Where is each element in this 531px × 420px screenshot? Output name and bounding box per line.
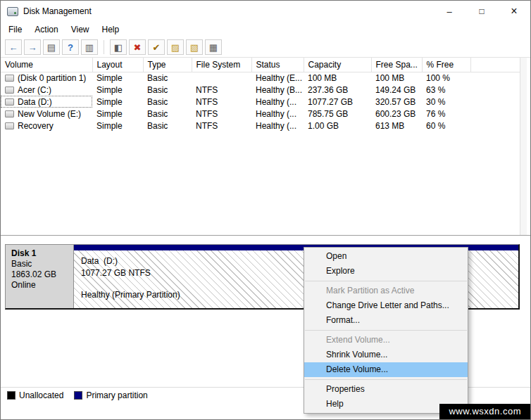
cell-filler (470, 96, 520, 108)
menu-action[interactable]: Action (28, 23, 64, 37)
cell-file-system: NTFS (192, 84, 251, 96)
volume-name: Recovery (18, 121, 54, 131)
titlebar: Disk Management – □ × (1, 1, 530, 22)
disk-status: Online (11, 280, 68, 291)
action-pane-icon[interactable]: ◧ (110, 39, 127, 55)
menu-item-delete-volume[interactable]: Delete Volume... (304, 362, 468, 377)
volume-icon (5, 98, 14, 106)
delete-volume-icon[interactable]: ✖ (129, 39, 146, 55)
disk-name: Disk 1 (11, 248, 68, 259)
volume-icon (5, 122, 14, 129)
table-row[interactable]: (Disk 0 partition 1)SimpleBasicHealthy (… (1, 72, 520, 84)
disk-capacity: 1863.02 GB (11, 269, 68, 280)
back-icon[interactable]: ← (5, 39, 22, 55)
cell-file-system (192, 72, 251, 84)
forward-icon[interactable]: → (24, 39, 41, 55)
help-icon[interactable]: ? (62, 39, 79, 55)
column-header-layout[interactable]: Layout (92, 58, 143, 72)
disk-type: Basic (11, 259, 68, 269)
fields-icon[interactable]: ▦ (205, 39, 222, 55)
volume-name: Data (D:) (18, 97, 52, 107)
menu-file[interactable]: File (2, 23, 28, 37)
column-header-pct-free[interactable]: % Free (422, 58, 470, 72)
cell-type: Basic (143, 72, 192, 84)
cell-pct-free: 60 % (422, 120, 470, 132)
legend-label: Primary partition (86, 390, 147, 400)
table-row[interactable]: Acer (C:)SimpleBasicNTFSHealthy (B...237… (1, 84, 520, 96)
window-controls: – □ × (433, 1, 530, 22)
watermark: www.wsxdn.com (439, 404, 530, 419)
volume-table-body: (Disk 0 partition 1)SimpleBasicHealthy (… (1, 72, 520, 132)
explore-icon[interactable]: ▨ (167, 39, 184, 55)
cell-layout: Simple (92, 96, 143, 108)
cell-free-space: 100 MB (371, 72, 422, 84)
column-header-capacity[interactable]: Capacity (304, 58, 371, 72)
menu-item-open[interactable]: Open (304, 249, 468, 264)
menu-item-change-drive-letter-and-paths[interactable]: Change Drive Letter and Paths... (304, 298, 468, 313)
cell-pct-free: 100 % (422, 72, 470, 84)
volume-icon (5, 87, 14, 94)
disk-management-window: Disk Management – □ × File Action View H… (0, 0, 531, 420)
cell-type: Basic (143, 108, 192, 120)
cell-free-space: 149.24 GB (371, 84, 422, 96)
column-header-volume[interactable]: Volume (1, 58, 92, 72)
menu-bar: File Action View Help (1, 22, 530, 37)
volume-table: Volume Layout Type File System Status Ca… (1, 58, 520, 132)
cell-capacity: 100 MB (304, 72, 371, 84)
cell-status: Healthy (E... (251, 72, 304, 84)
menu-item-mark-partition-as-active: Mark Partition as Active (304, 284, 468, 298)
legend-item-primary-partition: Primary partition (74, 390, 147, 400)
menu-separator (305, 379, 467, 380)
properties-icon[interactable]: ✔ (148, 39, 165, 55)
close-button[interactable]: × (498, 1, 530, 22)
column-header-free-space[interactable]: Free Spa... (371, 58, 422, 72)
cell-filler (470, 120, 520, 132)
cell-pct-free: 30 % (422, 96, 470, 108)
menu-view[interactable]: View (65, 23, 96, 37)
disk-1-label-panel[interactable]: Disk 1 Basic 1863.02 GB Online (6, 245, 74, 308)
cell-filler (470, 108, 520, 120)
cell-status: Healthy (... (251, 96, 304, 108)
volume-name: New Volume (E:) (18, 109, 81, 119)
cell-volume: (Disk 0 partition 1) (1, 72, 92, 84)
cell-type: Basic (143, 120, 192, 132)
cell-filler (470, 72, 520, 84)
cell-type: Basic (143, 84, 192, 96)
volume-list-pane: Volume Layout Type File System Status Ca… (1, 58, 520, 235)
cell-status: Healthy (... (251, 120, 304, 132)
column-header-file-system[interactable]: File System (192, 58, 251, 72)
cell-file-system: NTFS (192, 96, 251, 108)
column-header-filler (470, 58, 520, 72)
cell-free-space: 600.23 GB (371, 108, 422, 120)
column-header-status[interactable]: Status (251, 58, 304, 72)
cell-layout: Simple (92, 84, 143, 96)
table-row[interactable]: RecoverySimpleBasicNTFSHealthy (...1.00 … (1, 120, 520, 132)
cell-layout: Simple (92, 72, 143, 84)
cell-file-system: NTFS (192, 108, 251, 120)
column-header-type[interactable]: Type (143, 58, 192, 72)
console-tree-icon[interactable]: ▤ (43, 39, 60, 55)
app-icon (7, 7, 18, 16)
cell-layout: Simple (92, 120, 143, 132)
cell-capacity: 1077.27 GB (304, 96, 371, 108)
maximize-button[interactable]: □ (466, 1, 498, 22)
cell-volume: Recovery (1, 120, 92, 132)
menu-help[interactable]: Help (96, 23, 126, 37)
cell-filler (470, 84, 520, 96)
minimize-button[interactable]: – (433, 1, 466, 22)
cell-pct-free: 76 % (422, 108, 470, 120)
export-list-icon[interactable]: ▥ (81, 39, 98, 55)
menu-item-format[interactable]: Format... (304, 313, 468, 328)
cell-type: Basic (143, 96, 192, 108)
menu-item-properties[interactable]: Properties (304, 382, 468, 397)
menu-item-explore[interactable]: Explore (304, 264, 468, 279)
cell-free-space: 613 MB (371, 120, 422, 132)
table-row[interactable]: Data (D:)SimpleBasicNTFSHealthy (...1077… (1, 96, 520, 108)
table-row[interactable]: New Volume (E:)SimpleBasicNTFSHealthy (.… (1, 108, 520, 120)
cell-volume: New Volume (E:) (1, 108, 92, 120)
menu-item-shrink-volume[interactable]: Shrink Volume... (304, 348, 468, 362)
table-header-row: Volume Layout Type File System Status Ca… (1, 58, 520, 72)
open-folder-icon[interactable]: ▧ (186, 39, 203, 55)
menu-separator (305, 281, 467, 281)
window-title: Disk Management (23, 6, 92, 16)
